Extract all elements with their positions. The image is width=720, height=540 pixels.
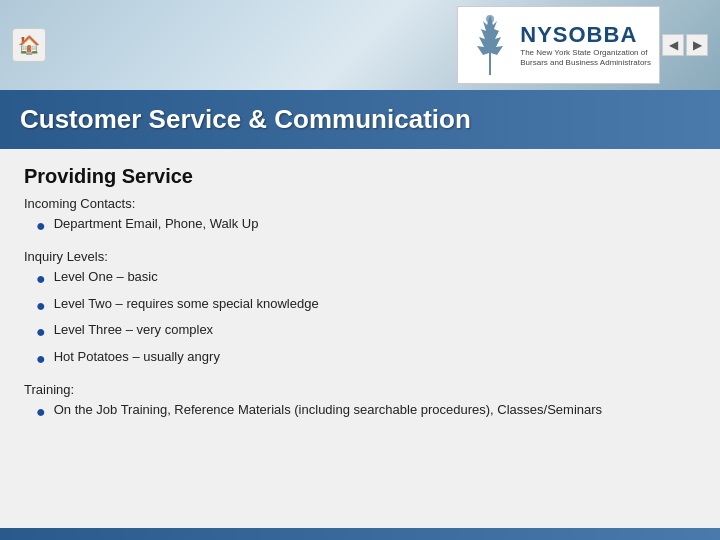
inquiry-bullet-text-1: Level Two – requires some special knowle… (54, 295, 319, 313)
nysobba-statue-icon (466, 11, 514, 79)
inquiry-bullet-3: ● Hot Potatoes – usually angry (24, 348, 696, 370)
content-area: Providing Service Incoming Contacts: ● D… (0, 149, 720, 528)
incoming-bullet-0: ● Department Email, Phone, Walk Up (24, 215, 696, 237)
inquiry-bullet-2: ● Level Three – very complex (24, 321, 696, 343)
title-banner: Customer Service & Communication (0, 90, 720, 149)
logo-text-block: NYSOBBA The New York State Organization … (520, 22, 651, 69)
nav-next-button[interactable]: ▶ (686, 34, 708, 56)
bullet-dot: ● (36, 401, 46, 423)
nav-arrows: ◀ ▶ (662, 34, 708, 56)
slide-title: Customer Service & Communication (20, 104, 471, 135)
inquiry-bullet-text-3: Hot Potatoes – usually angry (54, 348, 220, 366)
training-bullet-text-0: On the Job Training, Reference Materials… (54, 401, 602, 419)
svg-marker-0 (477, 15, 503, 75)
inquiry-bullet-text-0: Level One – basic (54, 268, 158, 286)
incoming-label: Incoming Contacts: (24, 196, 696, 211)
section-title: Providing Service (24, 165, 696, 188)
logo-subtitle-line1: The New York State Organization of (520, 48, 651, 58)
inquiry-bullet-1: ● Level Two – requires some special know… (24, 295, 696, 317)
bullet-dot: ● (36, 215, 46, 237)
home-icon: 🏠 (18, 34, 40, 56)
nav-prev-button[interactable]: ◀ (662, 34, 684, 56)
inquiry-label: Inquiry Levels: (24, 249, 696, 264)
top-bar: 🏠 NYSOBBA The New York State Organizatio… (0, 0, 720, 90)
bullet-dot: ● (36, 348, 46, 370)
svg-point-1 (486, 15, 494, 23)
logo-area: NYSOBBA The New York State Organization … (457, 8, 660, 82)
bottom-strip (0, 528, 720, 540)
bullet-dot: ● (36, 321, 46, 343)
bullet-dot: ● (36, 268, 46, 290)
training-bullet-0: ● On the Job Training, Reference Materia… (24, 401, 696, 423)
bullet-dot: ● (36, 295, 46, 317)
inquiry-bullet-0: ● Level One – basic (24, 268, 696, 290)
logo-subtitle-line2: Bursars and Business Administrators (520, 58, 651, 68)
slide-container: 🏠 NYSOBBA The New York State Organizatio… (0, 0, 720, 540)
logo-box: NYSOBBA The New York State Organization … (457, 6, 660, 84)
inquiry-bullet-text-2: Level Three – very complex (54, 321, 213, 339)
logo-title: NYSOBBA (520, 22, 651, 48)
training-label: Training: (24, 382, 696, 397)
incoming-bullet-text-0: Department Email, Phone, Walk Up (54, 215, 259, 233)
home-button[interactable]: 🏠 (12, 28, 46, 62)
